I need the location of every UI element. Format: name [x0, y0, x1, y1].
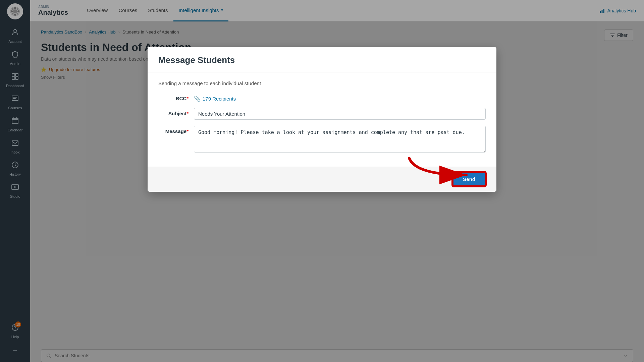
- subject-row: Subject*: [158, 108, 486, 120]
- message-label: Message*: [158, 126, 189, 134]
- subject-input[interactable]: [194, 108, 486, 120]
- message-students-modal: Message Students Sending a message to ea…: [148, 47, 496, 192]
- message-required: *: [186, 128, 189, 134]
- subject-label: Subject*: [158, 108, 189, 116]
- bcc-recipients-link[interactable]: 179 Recipients: [203, 96, 236, 102]
- modal-title: Message Students: [158, 55, 486, 65]
- subject-required: *: [186, 111, 189, 116]
- message-row: Message*: [158, 126, 486, 153]
- modal-header: Message Students: [148, 47, 496, 72]
- modal-overlay: Message Students Sending a message to ea…: [0, 0, 644, 362]
- bcc-row: BCC* 📎 179 Recipients: [158, 93, 486, 102]
- bcc-value: 📎 179 Recipients: [194, 93, 236, 102]
- send-button[interactable]: Send: [452, 172, 486, 186]
- bcc-label: BCC*: [158, 93, 189, 101]
- paperclip-icon: 📎: [194, 96, 201, 102]
- modal-body: Sending a message to each individual stu…: [148, 72, 496, 167]
- message-textarea[interactable]: [194, 126, 486, 153]
- modal-footer: Send: [148, 167, 496, 192]
- modal-subtitle: Sending a message to each individual stu…: [158, 80, 486, 86]
- bcc-required: *: [186, 96, 189, 101]
